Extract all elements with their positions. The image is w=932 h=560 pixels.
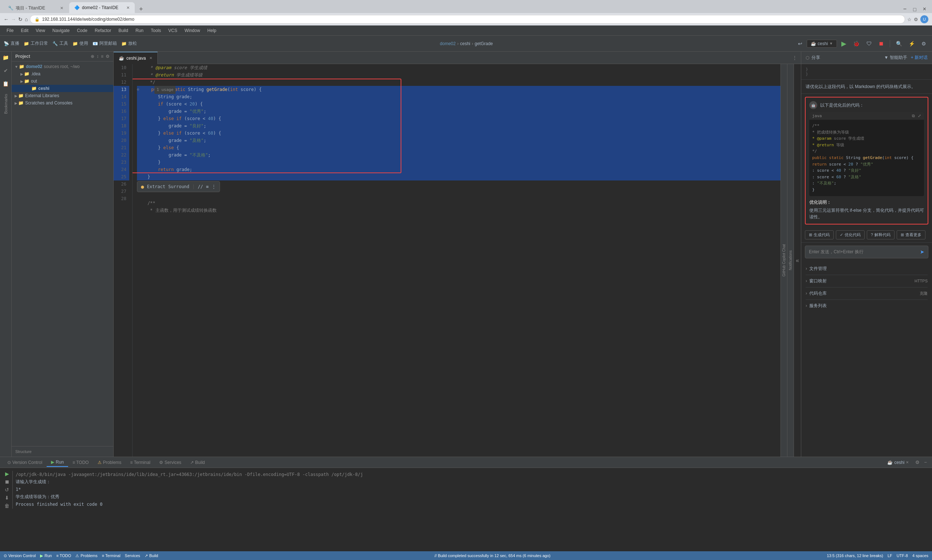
ai-link-repo[interactable]: › 代码仓库 克隆 bbox=[805, 288, 927, 300]
status-services[interactable]: Services bbox=[125, 554, 140, 558]
console-stop-btn[interactable]: ⏹ bbox=[5, 479, 9, 485]
indent-spaces[interactable]: 4 spaces bbox=[912, 554, 928, 558]
tree-item-external[interactable]: ▶ 📁 External Libraries bbox=[12, 92, 113, 99]
new-chat-btn[interactable]: + 新对话 bbox=[911, 55, 927, 61]
send-icon[interactable]: ➤ bbox=[920, 249, 924, 255]
tab1-close[interactable]: ✕ bbox=[60, 6, 63, 11]
browser-tab-1[interactable]: 🔧 项目 - TitanIDE ✕ bbox=[3, 3, 68, 13]
bottom-settings-btn[interactable]: ⚙ bbox=[913, 460, 922, 465]
bottom-tab-terminal[interactable]: ≡ Terminal bbox=[126, 458, 154, 466]
structure-panel-label[interactable]: Structure bbox=[12, 446, 113, 457]
encoding[interactable]: UTF-8 bbox=[897, 554, 908, 558]
status-terminal[interactable]: ≡ Terminal bbox=[102, 554, 120, 558]
maximize-button[interactable]: □ bbox=[910, 6, 919, 13]
ai-link-services[interactable]: › 服务列表 bbox=[805, 300, 927, 312]
relax-icon[interactable]: 📁 bbox=[121, 41, 127, 46]
menu-window[interactable]: Window bbox=[181, 27, 204, 34]
ai-link-file[interactable]: › 文件管理 bbox=[805, 263, 927, 275]
context-comment[interactable]: // bbox=[198, 183, 203, 190]
console-rerun-btn[interactable]: ↺ bbox=[5, 487, 9, 493]
more-btn[interactable]: ⊞ 查看更多 bbox=[897, 230, 926, 239]
minimize-button[interactable]: − bbox=[900, 5, 909, 13]
live-icon[interactable]: 📡 bbox=[4, 41, 9, 46]
context-extract[interactable]: Extract bbox=[147, 183, 165, 190]
run-config-close[interactable]: ✕ bbox=[906, 460, 909, 464]
notifications-tab[interactable]: Notifications bbox=[787, 64, 794, 457]
run-config-dropdown[interactable]: ☕ ceshi ▼ bbox=[807, 40, 837, 48]
line-ending[interactable]: LF bbox=[887, 554, 892, 558]
status-build[interactable]: ↗ Build bbox=[145, 554, 158, 558]
method-breadcrumb[interactable]: getGrade bbox=[475, 41, 493, 46]
menu-build[interactable]: Build bbox=[115, 27, 132, 34]
extensions-btn[interactable]: ⚙ bbox=[914, 17, 918, 22]
optimize-code-btn[interactable]: ✓ 优化代码 bbox=[836, 230, 865, 239]
panel-expand-btn[interactable]: ≡ bbox=[101, 54, 103, 59]
work-icon[interactable]: 📁 bbox=[24, 41, 29, 46]
profile-run-btn[interactable]: ⚡ bbox=[906, 40, 917, 48]
file-breadcrumb[interactable]: ceshi bbox=[460, 41, 470, 46]
menu-code[interactable]: Code bbox=[73, 27, 91, 34]
stop-button[interactable]: ⏹ bbox=[876, 39, 886, 48]
home-button[interactable]: ⌂ bbox=[25, 16, 28, 22]
tree-item-idea[interactable]: ▶ 📁 .idea bbox=[12, 70, 113, 77]
explain-code-btn[interactable]: ? 解释代码 bbox=[867, 230, 895, 239]
share-button[interactable]: 分享 bbox=[812, 55, 820, 61]
use-label[interactable]: 使用 bbox=[79, 40, 88, 46]
console-scroll-btn[interactable]: ⬇ bbox=[5, 495, 9, 501]
ai-link-window[interactable]: › 窗口映射 HTTPS bbox=[805, 275, 927, 288]
project-breadcrumb[interactable]: dome02 bbox=[440, 41, 456, 46]
bottom-tab-problems[interactable]: ⚠ Problems bbox=[93, 458, 126, 466]
email-label[interactable]: 阿里邮箱 bbox=[99, 40, 117, 46]
settings-button[interactable]: ⚙ bbox=[919, 40, 928, 48]
cursor-position[interactable]: 13:5 (316 chars, 12 line breaks) bbox=[827, 554, 883, 558]
bookmarks-icon[interactable]: Bookmarks bbox=[4, 94, 8, 114]
new-tab-button[interactable]: + bbox=[136, 5, 147, 13]
editor-tab-ceshi[interactable]: ☕ ceshi.java ✕ bbox=[114, 52, 158, 64]
bottom-tab-build[interactable]: ↗ Build bbox=[186, 458, 210, 466]
bottom-close-btn[interactable]: − bbox=[922, 460, 929, 465]
panel-settings-btn[interactable]: ⚙ bbox=[106, 54, 110, 59]
menu-file[interactable]: File bbox=[3, 27, 17, 34]
browser-tab-2[interactable]: 🔷 dome02 - TitanIDE ✕ bbox=[69, 2, 135, 13]
menu-edit[interactable]: Edit bbox=[17, 27, 32, 34]
tree-item-dome02[interactable]: ▼ 📁 dome02 sources root, ~/wo bbox=[12, 63, 113, 70]
menu-navigate[interactable]: Navigate bbox=[49, 27, 73, 34]
bottom-tab-vcs[interactable]: ⊙ Version Control bbox=[3, 458, 46, 466]
generate-code-btn[interactable]: ⊞ 生成代码 bbox=[805, 230, 834, 239]
toolbar-undo[interactable]: ↩ bbox=[796, 40, 804, 48]
tab2-close[interactable]: ✕ bbox=[127, 5, 130, 10]
close-window-button[interactable]: × bbox=[920, 5, 929, 13]
structure-icon[interactable]: 📋 bbox=[3, 81, 9, 86]
tree-item-out[interactable]: ▶ 📁 out bbox=[12, 77, 113, 85]
coverage-button[interactable]: 🛡 bbox=[864, 39, 874, 48]
address-bar[interactable]: 🔒 192.168.101.144/ide/web/coding/dome02/… bbox=[30, 15, 905, 24]
tab-more-btn[interactable]: ⋮ bbox=[788, 55, 801, 61]
context-more[interactable]: ⋮ bbox=[211, 183, 216, 190]
forward-button[interactable]: → bbox=[11, 16, 16, 22]
bookmark-btn[interactable]: ☆ bbox=[907, 17, 912, 22]
github-copilot-tab[interactable]: GitHub Copilot Chat bbox=[781, 64, 787, 457]
work-label[interactable]: 工作日常 bbox=[31, 40, 48, 46]
menu-run[interactable]: Run bbox=[132, 27, 147, 34]
tree-item-scratches[interactable]: ▶ 📁 Scratches and Consoles bbox=[12, 99, 113, 107]
relax-label[interactable]: 放松 bbox=[128, 40, 137, 46]
use-icon[interactable]: 📁 bbox=[73, 41, 78, 46]
panel-sort-btn[interactable]: ↕ bbox=[97, 54, 99, 59]
bottom-tab-todo[interactable]: ≡ TODO bbox=[68, 458, 93, 466]
console-clear-btn[interactable]: 🗑 bbox=[5, 503, 9, 509]
panel-sync-btn[interactable]: ⊕ bbox=[91, 54, 94, 59]
code-content[interactable]: * @param score 学生成绩 * @return 学生成绩等级 */ … bbox=[133, 64, 781, 457]
status-problems[interactable]: ⚠ Problems bbox=[76, 554, 97, 558]
search-button[interactable]: 🔍 bbox=[894, 40, 904, 48]
run-button[interactable]: ▶ bbox=[839, 38, 849, 49]
expand-code-btn[interactable]: ⤢ bbox=[918, 114, 921, 118]
menu-view[interactable]: View bbox=[32, 27, 49, 34]
console-run-btn[interactable]: ▶ bbox=[5, 471, 9, 477]
menu-help[interactable]: Help bbox=[204, 27, 220, 34]
project-icon[interactable]: 📁 bbox=[3, 55, 9, 60]
email-icon[interactable]: 📧 bbox=[93, 41, 98, 46]
menu-refactor[interactable]: Refactor bbox=[91, 27, 115, 34]
profile-btn[interactable]: U bbox=[920, 15, 928, 23]
context-surround[interactable]: Surround bbox=[168, 183, 190, 190]
commit-icon[interactable]: ✔ bbox=[4, 68, 8, 74]
